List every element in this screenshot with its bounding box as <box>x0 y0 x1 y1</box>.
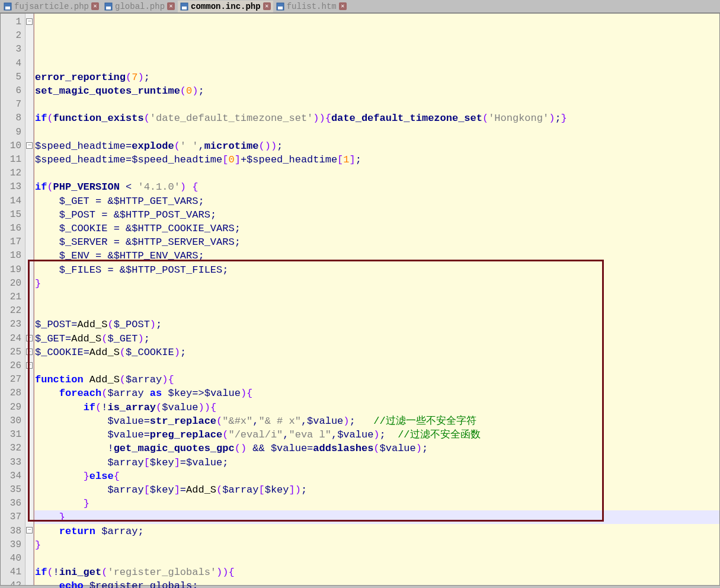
save-icon <box>180 2 188 11</box>
fold-toggle[interactable]: − <box>26 349 33 355</box>
code-line: } <box>35 497 719 510</box>
code-line: $_FILES = &$HTTP_POST_FILES; <box>35 263 719 277</box>
tab-label: fulist.htm <box>287 2 337 11</box>
code-line <box>35 552 719 565</box>
save-icon <box>104 2 113 11</box>
fold-toggle[interactable]: − <box>26 527 33 533</box>
code-lines: error_reporting(7);set_magic_quotes_runt… <box>35 71 719 588</box>
line-number: 9 <box>1 126 21 139</box>
tab-common-inc[interactable]: common.inc.php ✕ <box>178 1 273 12</box>
line-number: 22 <box>1 304 21 318</box>
line-number: 6 <box>1 84 21 98</box>
code-line: $_SERVER = &$HTTP_SERVER_VARS; <box>35 235 719 249</box>
save-icon <box>276 2 284 11</box>
tab-global[interactable]: global.php ✕ <box>102 1 177 12</box>
code-line <box>35 359 719 373</box>
line-number: 35 <box>1 483 21 497</box>
code-line: $_GET = &$HTTP_GET_VARS; <box>35 194 719 208</box>
code-line <box>35 167 719 180</box>
line-number: 20 <box>1 277 21 290</box>
editor: 1234567891011121314151617181920212223242… <box>0 13 720 586</box>
line-number: 1 <box>1 15 21 29</box>
code-line: set_magic_quotes_runtime(0); <box>35 84 719 98</box>
code-line: if(function_exists('date_default_timezon… <box>35 111 719 125</box>
tab-label: fujsarticle.php <box>14 2 89 11</box>
code-area[interactable]: error_reporting(7);set_magic_quotes_runt… <box>34 14 719 585</box>
code-line <box>35 290 719 304</box>
fold-toggle[interactable]: − <box>26 362 33 369</box>
line-number: 29 <box>1 401 21 414</box>
tab-bar: fujsarticle.php ✕ global.php ✕ common.in… <box>0 0 720 13</box>
close-icon[interactable]: ✕ <box>263 2 271 10</box>
line-number: 32 <box>1 442 21 455</box>
code-line: $_POST=Add_S($_POST); <box>35 318 719 331</box>
file-icon <box>4 2 12 11</box>
tab-fujsarticle[interactable]: fujsarticle.php ✕ <box>1 1 101 12</box>
code-line: error_reporting(7); <box>35 71 719 84</box>
line-number: 13 <box>1 180 21 194</box>
close-icon[interactable]: ✕ <box>339 2 347 10</box>
line-number: 15 <box>1 208 21 222</box>
code-line: $_POST = &$HTTP_POST_VARS; <box>35 208 719 222</box>
close-icon[interactable]: ✕ <box>91 2 99 10</box>
tab-label: common.inc.php <box>191 2 261 11</box>
close-icon[interactable]: ✕ <box>167 2 175 10</box>
line-number: 30 <box>1 414 21 428</box>
line-number: 19 <box>1 263 21 277</box>
code-line: function Add_S($array){ <box>35 373 719 386</box>
svg-rect-3 <box>106 7 111 9</box>
code-line: $array[$key]=Add_S($array[$key]); <box>35 483 719 497</box>
tab-label: global.php <box>115 2 165 11</box>
code-line: } <box>35 277 719 290</box>
svg-rect-5 <box>182 7 187 9</box>
code-line: if(!ini_get('register_globals')){ <box>35 565 719 579</box>
line-number: 14 <box>1 194 21 208</box>
line-number: 18 <box>1 249 21 263</box>
line-number: 34 <box>1 469 21 483</box>
svg-rect-1 <box>5 7 10 9</box>
line-number: 10 <box>1 139 21 153</box>
fold-toggle[interactable]: − <box>26 18 33 25</box>
code-line: echo $register_globals; <box>35 579 719 588</box>
code-line <box>35 304 719 318</box>
line-number: 8 <box>1 111 21 125</box>
line-number: 11 <box>1 153 21 167</box>
line-number: 37 <box>1 510 21 524</box>
fold-column: −−−−−− <box>25 14 34 585</box>
code-line: $_COOKIE = &$HTTP_COOKIE_VARS; <box>35 222 719 235</box>
code-line: } <box>35 538 719 552</box>
line-number: 24 <box>1 332 21 346</box>
tab-fulist[interactable]: fulist.htm ✕ <box>274 1 349 12</box>
line-number: 41 <box>1 565 21 579</box>
line-number: 2 <box>1 29 21 43</box>
code-line: return $array; <box>35 525 719 538</box>
code-line: $value=str_replace("&#x","& # x",$value)… <box>35 414 719 428</box>
code-line <box>35 98 719 111</box>
fold-toggle[interactable]: − <box>26 335 33 341</box>
code-line: if(!is_array($value)){ <box>35 401 719 414</box>
code-line: !get_magic_quotes_gpc() && $value=addsla… <box>35 442 719 455</box>
code-line: foreach($array as $key=>$value){ <box>35 386 719 400</box>
line-number: 39 <box>1 538 21 552</box>
line-number-gutter: 1234567891011121314151617181920212223242… <box>1 14 25 585</box>
line-number: 3 <box>1 43 21 56</box>
line-number: 21 <box>1 290 21 304</box>
line-number: 7 <box>1 98 21 111</box>
code-line <box>35 126 719 139</box>
code-line: $value=preg_replace("/eval/i","eva l",$v… <box>35 428 719 442</box>
code-line: if(PHP_VERSION < '4.1.0') { <box>35 180 719 194</box>
line-number: 31 <box>1 428 21 442</box>
line-number: 12 <box>1 167 21 180</box>
code-line: $speed_headtime=$speed_headtime[0]+$spee… <box>35 153 719 167</box>
code-line: $speed_headtime=explode(' ',microtime())… <box>35 139 719 153</box>
code-line: $array[$key]=$value; <box>35 456 719 469</box>
line-number: 26 <box>1 359 21 373</box>
line-number: 23 <box>1 318 21 331</box>
svg-rect-7 <box>278 7 283 9</box>
code-line: $_GET=Add_S($_GET); <box>35 332 719 346</box>
fold-toggle[interactable]: − <box>26 142 33 149</box>
code-line: }else{ <box>35 469 719 483</box>
line-number: 38 <box>1 525 21 538</box>
code-line: $_COOKIE=Add_S($_COOKIE); <box>35 346 719 359</box>
line-number: 40 <box>1 552 21 565</box>
